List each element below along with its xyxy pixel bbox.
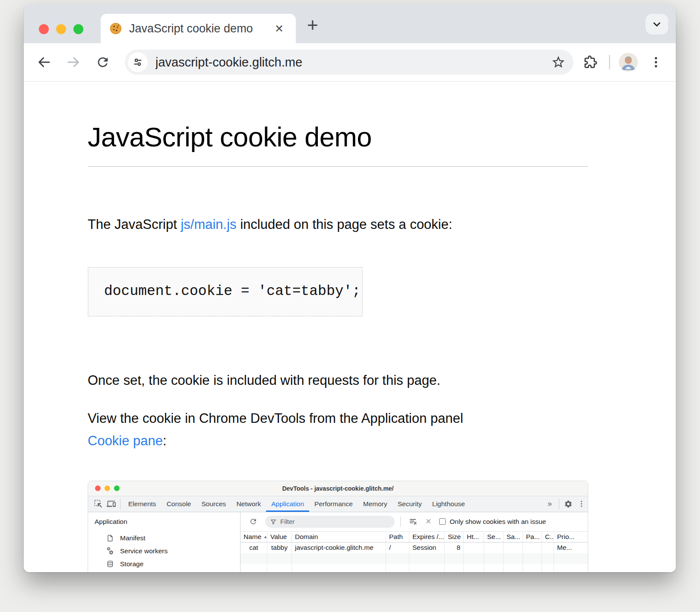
sort-asc-icon: ▲ bbox=[263, 535, 267, 539]
devtools-tab-memory[interactable]: Memory bbox=[358, 496, 393, 512]
sidebar-item-service-workers[interactable]: Service workers bbox=[88, 545, 240, 558]
intro-paragraph: The JavaScript js/main.js included on th… bbox=[88, 217, 588, 232]
refresh-cookies-button[interactable] bbox=[247, 515, 260, 528]
column-header-value[interactable]: Value bbox=[267, 532, 292, 542]
cell-domain[interactable]: javascript-cookie.glitch.me bbox=[292, 542, 386, 553]
column-header-expires[interactable]: Expires /... bbox=[409, 532, 445, 542]
bookmark-button[interactable] bbox=[551, 55, 566, 70]
application-sidebar: Application Manifest Service workers bbox=[88, 512, 241, 572]
column-header-secure[interactable]: Se... bbox=[484, 532, 504, 542]
cookie-pane-toolbar: Filter ✕ Only show cookies with an issue bbox=[241, 512, 588, 532]
tab-close-icon[interactable]: ✕ bbox=[273, 22, 285, 36]
extensions-puzzle-icon bbox=[583, 55, 598, 70]
cell-secure[interactable] bbox=[484, 542, 504, 553]
devtools-titlebar: DevTools - javascript-cookie.glitch.me/ bbox=[88, 481, 588, 496]
title-divider bbox=[88, 166, 588, 167]
site-settings-button[interactable] bbox=[128, 52, 148, 72]
back-button[interactable] bbox=[34, 52, 54, 72]
extensions-button[interactable] bbox=[580, 52, 600, 72]
page-content: JavaScript cookie demo The JavaScript js… bbox=[24, 82, 676, 572]
cell-path[interactable]: / bbox=[386, 542, 409, 553]
devtools-traffic-lights bbox=[95, 485, 120, 491]
devtools-tab-security[interactable]: Security bbox=[393, 496, 427, 512]
table-row-empty bbox=[241, 564, 588, 572]
sidebar-item-label: Storage bbox=[120, 560, 143, 568]
column-header-priority[interactable]: Prio... bbox=[554, 532, 588, 542]
reload-button[interactable] bbox=[93, 52, 113, 72]
cookies-table: Name▲ Value Domain Path Expires /... Siz… bbox=[241, 532, 588, 572]
issues-checkbox[interactable] bbox=[439, 518, 446, 525]
devtools-close-button bbox=[95, 485, 101, 491]
sidebar-item-storage[interactable]: Storage bbox=[88, 558, 240, 571]
document-icon bbox=[106, 534, 114, 542]
page-title: JavaScript cookie demo bbox=[88, 121, 588, 152]
cell-priority[interactable]: Me... bbox=[554, 542, 588, 553]
cell-size[interactable]: 8 bbox=[445, 542, 464, 553]
more-tabs-button[interactable]: » bbox=[543, 499, 556, 508]
delete-cookie-button[interactable]: ✕ bbox=[424, 517, 433, 526]
cookie-filter-input[interactable]: Filter bbox=[265, 516, 395, 528]
devtools-tab-lighthouse[interactable]: Lighthouse bbox=[427, 496, 470, 512]
devtools-tabbar: Elements Console Sources Network Applica… bbox=[88, 496, 588, 512]
view-cookie-paragraph: View the cookie in Chrome DevTools from … bbox=[88, 407, 588, 452]
cookie-row-cat[interactable]: cat tabby javascript-cookie.glitch.me / … bbox=[241, 542, 588, 553]
tune-icon bbox=[132, 57, 143, 68]
new-tab-button[interactable]: + bbox=[304, 16, 322, 35]
sidebar-item-label: Service workers bbox=[120, 547, 168, 555]
issues-checkbox-label: Only show cookies with an issue bbox=[450, 518, 546, 526]
devtools-tab-sources[interactable]: Sources bbox=[196, 496, 231, 512]
devtools-tab-network[interactable]: Network bbox=[231, 496, 266, 512]
browser-tab[interactable]: JavaScript cookie demo ✕ bbox=[101, 14, 296, 43]
chevron-down-icon bbox=[651, 19, 662, 30]
browser-window: JavaScript cookie demo ✕ + javascript-co… bbox=[24, 4, 676, 572]
cell-samesite[interactable] bbox=[504, 542, 523, 553]
column-header-size[interactable]: Size bbox=[445, 532, 464, 542]
cell-name[interactable]: cat bbox=[241, 542, 267, 553]
minimize-window-button[interactable] bbox=[56, 24, 66, 34]
gears-icon bbox=[106, 547, 114, 555]
close-window-button[interactable] bbox=[39, 24, 49, 34]
view-cookie-colon: : bbox=[163, 433, 167, 448]
cell-expires[interactable]: Session bbox=[409, 542, 445, 553]
reload-icon bbox=[95, 55, 110, 70]
kebab-menu-icon bbox=[577, 500, 586, 508]
browser-menu-button[interactable] bbox=[646, 53, 665, 72]
star-icon bbox=[551, 55, 566, 70]
main-js-link[interactable]: js/main.js bbox=[181, 217, 236, 232]
inspect-element-button[interactable] bbox=[92, 498, 105, 511]
view-cookie-text: View the cookie in Chrome DevTools from … bbox=[88, 411, 463, 426]
cell-cross[interactable] bbox=[542, 542, 554, 553]
column-header-path[interactable]: Path bbox=[386, 532, 409, 542]
cookie-pane-link[interactable]: Cookie pane bbox=[88, 433, 163, 448]
devtools-tab-performance[interactable]: Performance bbox=[309, 496, 358, 512]
column-header-cross[interactable]: C.. bbox=[542, 532, 554, 542]
sidebar-header: Application bbox=[88, 512, 240, 532]
forward-button[interactable] bbox=[63, 52, 83, 72]
column-header-domain[interactable]: Domain bbox=[292, 532, 386, 542]
devtools-settings-button[interactable] bbox=[562, 498, 575, 511]
column-header-httponly[interactable]: Ht... bbox=[464, 532, 484, 542]
tab-search-button[interactable] bbox=[646, 14, 668, 35]
cell-httponly[interactable] bbox=[464, 542, 484, 553]
cell-value[interactable]: tabby bbox=[267, 542, 292, 553]
database-icon bbox=[106, 560, 114, 568]
devtools-tab-application[interactable]: Application bbox=[266, 496, 309, 512]
profile-avatar[interactable] bbox=[619, 53, 638, 72]
column-header-partition[interactable]: Pa... bbox=[523, 532, 542, 542]
gear-icon bbox=[564, 500, 573, 508]
url-bar[interactable]: javascript-cookie.glitch.me bbox=[125, 50, 573, 75]
once-set-paragraph: Once set, the cookie is included with re… bbox=[88, 373, 588, 388]
devtools-menu-button[interactable] bbox=[575, 498, 588, 511]
devtools-tab-console[interactable]: Console bbox=[162, 496, 196, 512]
cell-partition[interactable] bbox=[523, 542, 542, 553]
device-toolbar-button[interactable] bbox=[105, 498, 117, 511]
clear-all-cookies-button[interactable] bbox=[406, 515, 419, 528]
column-header-samesite[interactable]: Sa... bbox=[504, 532, 523, 542]
url-text[interactable]: javascript-cookie.glitch.me bbox=[155, 55, 551, 70]
devtools-tab-elements[interactable]: Elements bbox=[123, 496, 162, 512]
avatar-photo bbox=[619, 53, 638, 72]
column-header-name[interactable]: Name▲ bbox=[241, 532, 267, 542]
zoom-window-button[interactable] bbox=[73, 24, 83, 34]
sidebar-item-manifest[interactable]: Manifest bbox=[88, 532, 240, 545]
sidebar-item-label: Manifest bbox=[120, 534, 146, 542]
